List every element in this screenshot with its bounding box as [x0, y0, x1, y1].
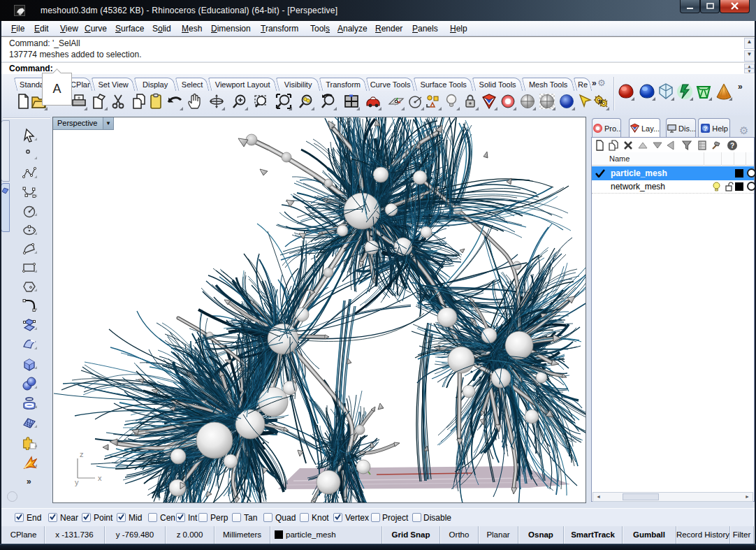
svg-text:z: z — [80, 451, 84, 458]
svg-text:?: ? — [730, 142, 734, 150]
svg-text:y: y — [75, 478, 79, 486]
svg-text:?: ? — [704, 125, 708, 132]
svg-text:x: x — [98, 474, 102, 482]
